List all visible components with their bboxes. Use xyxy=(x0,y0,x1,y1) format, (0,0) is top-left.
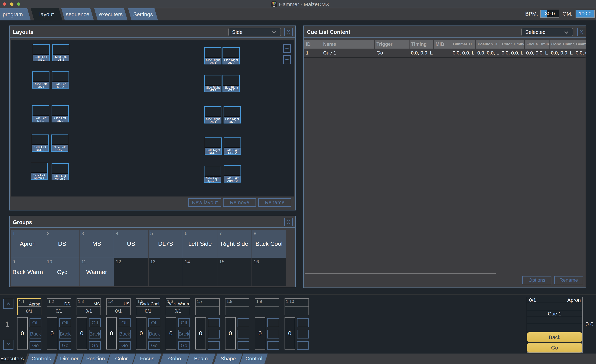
cue-row-cell[interactable]: 1 xyxy=(304,49,321,57)
executor-off-button-1.9[interactable] xyxy=(267,318,279,327)
new-layout-button[interactable]: New layout xyxy=(188,198,221,207)
group-cell[interactable]: 1Apron xyxy=(11,230,45,258)
group-cell[interactable]: 4US xyxy=(114,230,148,258)
fixture-box[interactable]: Side RightUS 2 xyxy=(223,47,240,65)
executor-fader-1.4[interactable]: 0 xyxy=(106,317,117,349)
cue-list-scrollbar[interactable] xyxy=(305,273,496,274)
top-tab-settings[interactable]: Settings xyxy=(128,8,158,21)
executor-header-1.8[interactable]: 1.8 xyxy=(225,298,249,315)
executor-header-1.7[interactable]: 1.7 xyxy=(195,298,220,315)
executor-go-button-1.1[interactable]: Go xyxy=(30,341,41,350)
group-cell[interactable]: 2DS xyxy=(45,230,79,258)
executor-page-down-button[interactable] xyxy=(3,340,14,350)
executor-header-1.4[interactable]: 1.4US0/1 xyxy=(106,298,131,315)
cue-row-cell[interactable]: Go xyxy=(375,49,409,57)
master-back-button[interactable]: Back xyxy=(527,332,582,342)
cue-column-header[interactable]: Focus Timing xyxy=(525,40,549,49)
fixture-box[interactable]: Side RightApron 2 xyxy=(224,165,241,182)
executor-go-button-1.7[interactable] xyxy=(208,341,220,350)
top-tab-executers[interactable]: executers xyxy=(94,8,127,21)
bottom-tab-shape[interactable]: Shape xyxy=(214,354,242,364)
executor-off-button-1.10[interactable] xyxy=(297,318,309,327)
executor-back-button-1.8[interactable] xyxy=(238,330,249,338)
layouts-close-button[interactable]: X xyxy=(284,28,293,36)
layout-zoom-in-button[interactable]: + xyxy=(283,44,291,53)
group-cell[interactable]: 14 xyxy=(183,258,217,286)
layout-select-dropdown[interactable]: Side xyxy=(228,28,281,36)
executor-back-button-1.3[interactable]: Back xyxy=(89,330,101,338)
cue-column-header[interactable]: Position Ti... xyxy=(476,40,500,49)
executor-header-1.1[interactable]: 1.1Apron0/1 xyxy=(17,298,41,315)
fixture-box[interactable]: Side RightApron 1 xyxy=(204,166,221,183)
executor-go-button-1.5[interactable]: Go xyxy=(148,341,160,350)
top-tab-layout[interactable]: layout xyxy=(31,8,62,21)
cue-column-header[interactable]: Gobo Timing xyxy=(550,40,574,49)
fixture-box[interactable]: Side LeftUS 2 xyxy=(52,44,69,61)
cue-row-cell[interactable]: Cue 1 xyxy=(321,49,374,57)
executor-header-1.3[interactable]: 1.3MS0/1 xyxy=(76,298,101,315)
fixture-box[interactable]: Side RightMS 1 xyxy=(204,75,222,92)
layout-canvas[interactable]: Side LeftUS 1Side LeftUS 2Side LeftMS 1S… xyxy=(11,40,294,197)
fixture-box[interactable]: Side RightDS 2 xyxy=(224,106,241,124)
executor-off-button-1.4[interactable]: Off xyxy=(119,318,131,327)
cue-row-cell[interactable] xyxy=(434,49,451,57)
cue-row-cell[interactable]: 0.0, 0.0, L xyxy=(451,49,475,57)
executor-fader-1.8[interactable]: 0 xyxy=(225,317,236,349)
fixture-box[interactable]: Side LeftDDS 1 xyxy=(32,134,49,152)
executor-go-button-1.6[interactable]: Go xyxy=(178,341,190,350)
bottom-tab-focus[interactable]: Focus xyxy=(133,354,161,364)
group-cell[interactable]: 11Warmer xyxy=(80,258,114,286)
executor-go-button-1.4[interactable]: Go xyxy=(119,341,131,350)
group-cell[interactable]: 12 xyxy=(114,258,148,286)
cue-column-header[interactable]: Color Timing xyxy=(500,40,524,49)
cue-row-cell[interactable]: 0.0, 0 xyxy=(574,49,586,57)
group-cell[interactable]: 16 xyxy=(252,258,286,286)
executor-go-button-1.3[interactable]: Go xyxy=(89,341,101,350)
executor-fader-1.5[interactable]: 0 xyxy=(136,317,147,349)
executor-go-button-1.8[interactable] xyxy=(238,341,249,350)
cue-column-header[interactable]: Name xyxy=(321,40,374,49)
fixture-box[interactable]: Side RightUS 1 xyxy=(204,47,222,65)
cue-list-select-dropdown[interactable]: Selected xyxy=(521,28,573,36)
executor-fader-1.10[interactable]: 0 xyxy=(284,317,295,349)
executor-fader-1.3[interactable]: 0 xyxy=(76,317,87,349)
bottom-tab-executers[interactable]: Executers xyxy=(0,354,27,364)
executor-go-button-1.2[interactable]: Go xyxy=(59,341,71,350)
group-cell[interactable]: 13 xyxy=(149,258,183,286)
groups-close-button[interactable]: X xyxy=(284,218,293,226)
executor-go-button-1.9[interactable] xyxy=(267,341,279,350)
executor-back-button-1.7[interactable] xyxy=(208,330,220,338)
executor-off-button-1.1[interactable]: Off xyxy=(30,318,41,327)
fixture-box[interactable]: Side RightDDS 2 xyxy=(224,138,241,155)
executor-fader-1.6[interactable]: 0 xyxy=(166,317,176,349)
fixture-box[interactable]: Side LeftMS 1 xyxy=(32,72,49,88)
executor-header-1.5[interactable]: 1.5Back Cool0/1 xyxy=(136,298,160,315)
executor-header-1.6[interactable]: 1.6Back Warm0/1 xyxy=(166,298,190,315)
fixture-box[interactable]: Side LeftApron 1 xyxy=(30,163,48,180)
executor-back-button-1.1[interactable]: Back xyxy=(30,330,41,338)
zoom-window-button[interactable] xyxy=(17,2,20,6)
group-cell[interactable]: 15 xyxy=(217,258,252,286)
executor-back-button-1.4[interactable]: Back xyxy=(119,330,131,338)
bottom-tab-position[interactable]: Position xyxy=(81,354,110,364)
executor-header-1.2[interactable]: 1.2DS0/1 xyxy=(47,298,71,315)
top-tab-program[interactable]: program xyxy=(0,8,31,21)
fixture-box[interactable]: Side RightMS 2 xyxy=(223,75,240,92)
remove-layout-button[interactable]: Remove xyxy=(223,198,256,207)
top-tab-sequence[interactable]: sequence xyxy=(61,8,94,21)
bottom-tab-dimmer[interactable]: Dimmer xyxy=(55,354,83,364)
cue-column-header[interactable]: Timing xyxy=(410,40,433,49)
fixture-box[interactable]: Side LeftDDS 2 xyxy=(51,134,68,152)
cue-row-cell[interactable]: 0.0, 0.0, L xyxy=(410,49,433,57)
executor-fader-1.7[interactable]: 0 xyxy=(195,317,206,349)
bottom-tab-beam[interactable]: Beam xyxy=(186,354,215,364)
group-cell[interactable]: 10Cyc xyxy=(45,258,79,286)
cue-row-cell[interactable]: 0.0, 0.0, L xyxy=(525,49,549,57)
group-cell[interactable]: 6Left Side xyxy=(183,230,217,258)
fixture-box[interactable]: Side LeftApron 2 xyxy=(52,163,69,180)
fixture-box[interactable]: Side RightDS 1 xyxy=(204,106,222,124)
bottom-tab-controls[interactable]: Controls xyxy=(26,354,56,364)
executor-back-button-1.6[interactable]: Back xyxy=(178,330,190,338)
master-cue-row[interactable]: Cue 1 xyxy=(527,310,582,317)
cue-row-cell[interactable]: 0.0, 0.0, L xyxy=(550,49,574,57)
